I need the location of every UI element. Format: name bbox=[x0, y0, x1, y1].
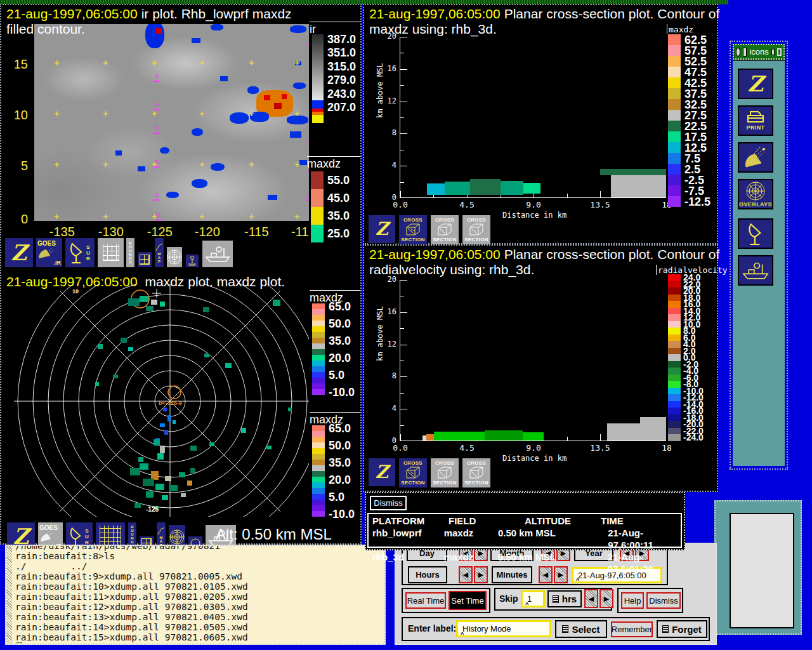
satellite-feature bbox=[299, 160, 307, 165]
rings-icon bbox=[167, 249, 182, 265]
cs2-x-tick: 18 bbox=[662, 443, 672, 453]
zebra-logo-button[interactable]: Z bbox=[4, 237, 34, 268]
buoy-marker bbox=[154, 193, 160, 201]
platform-table-header: PLATFORMFIELDALTITUDETIME bbox=[372, 515, 677, 527]
grid-plus-mark bbox=[54, 211, 60, 221]
cube-icon bbox=[468, 223, 485, 237]
grid-plus-mark bbox=[199, 211, 205, 221]
cross-section-button-2[interactable]: CROSS SECTION bbox=[430, 215, 459, 245]
set-time-button[interactable]: Set Time bbox=[449, 591, 487, 610]
satellite-feature bbox=[192, 128, 203, 136]
platform-dismiss-button[interactable]: Dismiss bbox=[370, 496, 407, 510]
window-menu-icon[interactable] bbox=[736, 48, 740, 56]
radar-echo-cell bbox=[204, 354, 209, 357]
window-list-icon[interactable] bbox=[743, 48, 747, 56]
grid-plus-mark bbox=[249, 57, 254, 68]
real-time-button[interactable]: Real Time bbox=[405, 592, 446, 609]
radar-echo-cell bbox=[160, 302, 165, 307]
help-button[interactable]: Help bbox=[621, 592, 644, 609]
contour-region bbox=[613, 171, 630, 175]
radar-colorbar1: 65.050.035.020.05.0-10.0 bbox=[312, 303, 325, 395]
satellite-feature bbox=[290, 25, 306, 33]
radar-echo-cell bbox=[138, 457, 143, 462]
zebra-logo-button[interactable]: Z bbox=[738, 69, 773, 99]
skip-value-field[interactable]: 1 bbox=[521, 590, 545, 607]
satellite-feature bbox=[211, 163, 225, 171]
range-rings-button[interactable] bbox=[166, 246, 183, 268]
window-restore-icon[interactable] bbox=[777, 48, 782, 56]
ir-colorbar-value: 207.0 bbox=[327, 101, 356, 114]
menu-mark-icon bbox=[662, 625, 669, 633]
dismiss-button[interactable]: Dismiss bbox=[646, 592, 681, 609]
radar-echo-cell bbox=[162, 495, 168, 500]
print-button[interactable]: PRINT bbox=[738, 105, 773, 136]
contour-region bbox=[523, 183, 540, 194]
skip-units-button[interactable]: hrs bbox=[547, 590, 582, 607]
cross-section-button-1[interactable]: CROSS SECTION bbox=[398, 458, 428, 488]
ir-colorbar bbox=[312, 34, 324, 123]
cs2-x-tick: 9.0 bbox=[526, 443, 540, 453]
radar-center-label: b<-125-9 bbox=[159, 400, 182, 406]
contour-region bbox=[470, 179, 501, 195]
ir-y-tick: 10 bbox=[10, 108, 28, 123]
map-icon bbox=[155, 243, 163, 252]
window-dot-icon[interactable] bbox=[771, 49, 775, 55]
cs1-x-axis-label: Distance in km bbox=[502, 211, 566, 220]
radar-echo-cell bbox=[187, 481, 192, 486]
platform-table-row: rhb_lowprfmaxdz0.50 km MSL21-Aug-97,6:00… bbox=[372, 527, 677, 551]
zebra-logo-button[interactable]: Z bbox=[368, 458, 396, 487]
grid-plus-mark bbox=[199, 159, 205, 169]
grid-small-button[interactable] bbox=[137, 251, 152, 268]
surveillance-button[interactable]: SUR bbox=[65, 237, 95, 268]
cs2-colorbar: 24.022.020.018.016.014.012.010.08.06.04.… bbox=[668, 274, 681, 441]
printer-icon bbox=[746, 110, 765, 124]
skip-back-arrow[interactable]: ◀ bbox=[584, 589, 598, 608]
forget-button[interactable]: Forget bbox=[657, 620, 707, 638]
terminal-line: rain:beaufait:15>xdump.all 970821.0605.x… bbox=[15, 632, 384, 642]
cs1-y-tick: 20 bbox=[388, 32, 396, 41]
contour-region bbox=[607, 423, 666, 441]
cube-icon bbox=[405, 223, 421, 237]
radar-echo-cell bbox=[181, 493, 186, 497]
grid-plus-mark bbox=[294, 211, 300, 221]
grid-icon bbox=[140, 255, 150, 265]
grid-plus-mark bbox=[249, 211, 254, 221]
grid-radar-button[interactable] bbox=[97, 237, 124, 268]
satellite-button[interactable] bbox=[738, 142, 773, 173]
radar-echo-cell bbox=[128, 298, 140, 306]
ir-plot-title-line2: filled contour. bbox=[6, 22, 85, 37]
satellite-feature bbox=[192, 38, 200, 43]
terminal-scrollbar[interactable] bbox=[6, 546, 12, 644]
remember-button[interactable]: Remember bbox=[611, 621, 653, 637]
grid-icon bbox=[100, 526, 121, 547]
cross-section-button-3[interactable]: CROSS SECTION bbox=[462, 458, 491, 488]
cross-section-button-2[interactable]: CROSS SECTION bbox=[430, 458, 459, 488]
ir-x-tick: -115 bbox=[244, 225, 269, 239]
goes-ir-button[interactable]: GOES .IR bbox=[36, 237, 63, 268]
skip-forward-arrow[interactable]: ▶ bbox=[599, 589, 613, 608]
cs1-timestamp: 21-aug-1997,06:05:00 bbox=[369, 6, 501, 21]
ship-icon bbox=[742, 260, 769, 281]
select-button[interactable]: Select bbox=[555, 620, 607, 638]
cross-section-button-1[interactable]: CROSS SECTION bbox=[398, 215, 428, 245]
ship-button[interactable] bbox=[738, 255, 773, 286]
bounds-button[interactable]: BOUNDS bbox=[126, 237, 135, 268]
radar-button[interactable] bbox=[738, 218, 773, 249]
zebra-logo-button[interactable]: Z bbox=[368, 215, 396, 244]
grid-plus-mark bbox=[103, 57, 108, 68]
terminal-line: /home/disk/rain/pacs/web/radar/970821 bbox=[15, 545, 384, 551]
label-field[interactable]: History Mode bbox=[456, 620, 551, 637]
cross-section-button-3[interactable]: CROSS SECTION bbox=[462, 215, 491, 245]
ship-button[interactable] bbox=[202, 240, 233, 268]
cs1-y-tick: 12 bbox=[388, 96, 396, 105]
satellite-feature bbox=[293, 83, 306, 89]
buoy-button[interactable] bbox=[185, 254, 199, 268]
cs1-title: Planar cross-section plot. Contour of bbox=[504, 6, 720, 21]
terminal-window[interactable]: /home/disk/rain/pacs/web/radar/970821rai… bbox=[5, 545, 386, 645]
radar-echo-cell bbox=[98, 344, 103, 349]
radar-echo-cell bbox=[163, 408, 167, 411]
ir-y-tick: 0 bbox=[10, 212, 28, 227]
map-button[interactable]: MAP bbox=[154, 237, 164, 268]
background-window bbox=[714, 500, 802, 635]
overlays-button[interactable]: OVERLAYS bbox=[738, 179, 773, 209]
